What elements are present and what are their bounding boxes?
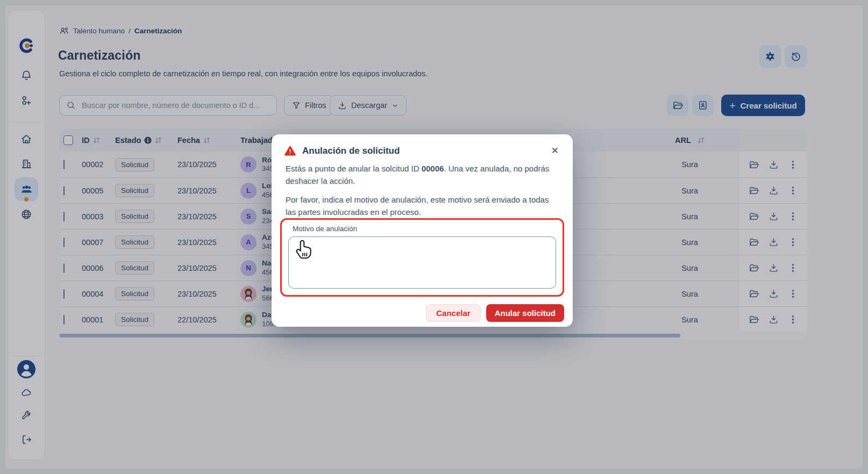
- modal-title: Anulación de solicitud: [302, 146, 544, 156]
- warning-icon: [284, 146, 296, 156]
- cancel-button[interactable]: Cancelar: [426, 304, 480, 322]
- modal-paragraph-1: Estás a punto de anular la solcitud ID 0…: [286, 162, 558, 188]
- reason-textarea[interactable]: [288, 236, 556, 289]
- annulment-modal: Anulación de solicitud ✕ Estás a punto d…: [272, 134, 573, 327]
- modal-paragraph-2: Por favor, indica el motivo de anulación…: [286, 193, 558, 219]
- modal-actions: Cancelar Anular solicitud: [426, 304, 564, 322]
- screen: Talento humano / Carnetización Carnetiza…: [0, 0, 868, 474]
- confirm-annul-button[interactable]: Anular solicitud: [486, 304, 564, 322]
- highlighted-field-group: Motivo de anulación: [280, 218, 564, 297]
- request-id: 00006: [422, 164, 444, 173]
- modal-header: Anulación de solicitud ✕: [284, 145, 560, 156]
- close-icon[interactable]: ✕: [550, 145, 560, 156]
- reason-field-label: Motivo de anulación: [293, 225, 357, 233]
